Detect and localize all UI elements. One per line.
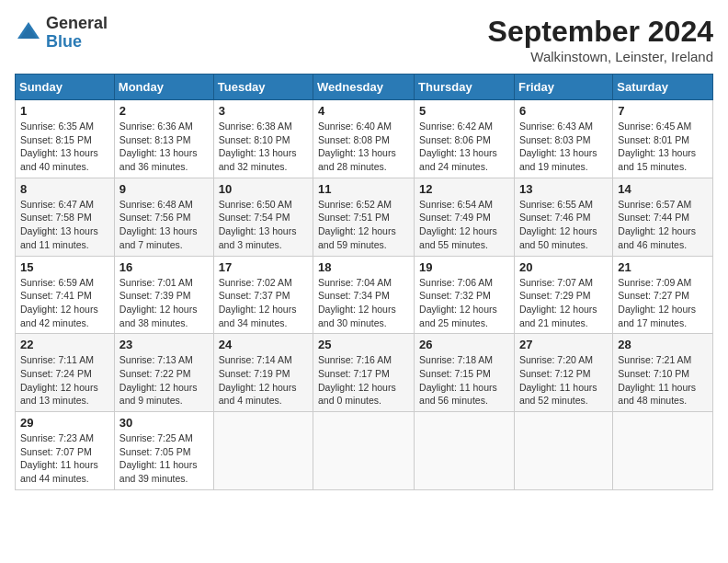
day-number: 7: [618, 104, 708, 118]
day-info: Sunrise: 6:59 AM Sunset: 7:41 PM Dayligh…: [20, 276, 109, 330]
day-info: Sunrise: 6:54 AM Sunset: 7:49 PM Dayligh…: [419, 198, 509, 252]
day-number: 17: [219, 260, 308, 274]
calendar-cell: 25 Sunrise: 7:16 AM Sunset: 7:17 PM Dayl…: [313, 334, 415, 412]
header-saturday: Saturday: [613, 75, 713, 100]
header-wednesday: Wednesday: [313, 75, 415, 100]
header-sunday: Sunday: [16, 75, 115, 100]
day-info: Sunrise: 6:55 AM Sunset: 7:46 PM Dayligh…: [519, 198, 608, 252]
calendar-cell: 23 Sunrise: 7:13 AM Sunset: 7:22 PM Dayl…: [114, 334, 213, 412]
page-header: General Blue September 2024 Walkinstown,…: [15, 15, 713, 64]
day-number: 6: [519, 104, 608, 118]
day-number: 14: [618, 182, 708, 196]
header-friday: Friday: [514, 75, 612, 100]
day-number: 1: [20, 104, 109, 118]
calendar-cell: 16 Sunrise: 7:01 AM Sunset: 7:39 PM Dayl…: [114, 256, 213, 334]
calendar-cell: 13 Sunrise: 6:55 AM Sunset: 7:46 PM Dayl…: [514, 178, 612, 256]
calendar-cell: [213, 412, 313, 490]
calendar-cell: 12 Sunrise: 6:54 AM Sunset: 7:49 PM Dayl…: [415, 178, 515, 256]
day-number: 18: [318, 260, 409, 274]
day-number: 28: [618, 338, 708, 351]
logo-text: General Blue: [46, 15, 108, 52]
day-info: Sunrise: 7:06 AM Sunset: 7:32 PM Dayligh…: [419, 276, 509, 330]
day-info: Sunrise: 6:43 AM Sunset: 8:03 PM Dayligh…: [519, 120, 608, 174]
day-info: Sunrise: 7:04 AM Sunset: 7:34 PM Dayligh…: [318, 276, 409, 330]
calendar-cell: 20 Sunrise: 7:07 AM Sunset: 7:29 PM Dayl…: [514, 256, 612, 334]
day-number: 23: [119, 338, 209, 351]
calendar-cell: 30 Sunrise: 7:25 AM Sunset: 7:05 PM Dayl…: [114, 412, 213, 490]
day-number: 25: [318, 338, 409, 351]
calendar-cell: 22 Sunrise: 7:11 AM Sunset: 7:24 PM Dayl…: [16, 334, 115, 412]
calendar-table: SundayMondayTuesdayWednesdayThursdayFrid…: [15, 74, 713, 490]
day-number: 24: [219, 338, 308, 351]
header-tuesday: Tuesday: [213, 75, 313, 100]
day-number: 16: [119, 260, 209, 274]
calendar-cell: 19 Sunrise: 7:06 AM Sunset: 7:32 PM Dayl…: [415, 256, 515, 334]
calendar-cell: 7 Sunrise: 6:45 AM Sunset: 8:01 PM Dayli…: [613, 100, 713, 178]
calendar-cell: 3 Sunrise: 6:38 AM Sunset: 8:10 PM Dayli…: [213, 100, 313, 178]
day-info: Sunrise: 7:16 AM Sunset: 7:17 PM Dayligh…: [318, 353, 409, 408]
day-info: Sunrise: 7:18 AM Sunset: 7:15 PM Dayligh…: [419, 353, 509, 408]
day-number: 19: [419, 260, 509, 274]
day-info: Sunrise: 7:23 AM Sunset: 7:07 PM Dayligh…: [20, 431, 109, 486]
calendar-cell: 10 Sunrise: 6:50 AM Sunset: 7:54 PM Dayl…: [213, 178, 313, 256]
calendar-cell: 4 Sunrise: 6:40 AM Sunset: 8:08 PM Dayli…: [313, 100, 415, 178]
day-number: 8: [20, 182, 109, 196]
day-number: 10: [219, 182, 308, 196]
day-info: Sunrise: 7:01 AM Sunset: 7:39 PM Dayligh…: [119, 276, 209, 330]
day-info: Sunrise: 6:42 AM Sunset: 8:06 PM Dayligh…: [419, 120, 509, 174]
day-number: 26: [419, 338, 509, 351]
day-number: 21: [618, 260, 708, 274]
day-info: Sunrise: 7:14 AM Sunset: 7:19 PM Dayligh…: [219, 353, 308, 408]
calendar-cell: [415, 412, 515, 490]
logo-icon: [15, 19, 42, 47]
day-info: Sunrise: 6:36 AM Sunset: 8:13 PM Dayligh…: [119, 120, 209, 174]
day-number: 13: [519, 182, 608, 196]
day-number: 3: [219, 104, 308, 118]
logo: General Blue: [15, 15, 108, 52]
day-number: 29: [20, 416, 109, 430]
day-number: 15: [20, 260, 109, 274]
calendar-cell: 26 Sunrise: 7:18 AM Sunset: 7:15 PM Dayl…: [415, 334, 515, 412]
header-thursday: Thursday: [415, 75, 515, 100]
day-info: Sunrise: 7:21 AM Sunset: 7:10 PM Dayligh…: [618, 353, 708, 408]
day-number: 30: [119, 416, 209, 430]
calendar-cell: 29 Sunrise: 7:23 AM Sunset: 7:07 PM Dayl…: [16, 412, 115, 490]
calendar-cell: 27 Sunrise: 7:20 AM Sunset: 7:12 PM Dayl…: [514, 334, 612, 412]
calendar-cell: 15 Sunrise: 6:59 AM Sunset: 7:41 PM Dayl…: [16, 256, 115, 334]
calendar-cell: 5 Sunrise: 6:42 AM Sunset: 8:06 PM Dayli…: [415, 100, 515, 178]
day-info: Sunrise: 7:02 AM Sunset: 7:37 PM Dayligh…: [219, 276, 308, 330]
day-info: Sunrise: 7:07 AM Sunset: 7:29 PM Dayligh…: [519, 276, 608, 330]
day-info: Sunrise: 6:45 AM Sunset: 8:01 PM Dayligh…: [618, 120, 708, 174]
calendar-cell: 1 Sunrise: 6:35 AM Sunset: 8:15 PM Dayli…: [16, 100, 115, 178]
page-subtitle: Walkinstown, Leinster, Ireland: [488, 49, 713, 64]
day-info: Sunrise: 6:50 AM Sunset: 7:54 PM Dayligh…: [219, 198, 308, 252]
calendar-cell: [514, 412, 612, 490]
calendar-cell: 21 Sunrise: 7:09 AM Sunset: 7:27 PM Dayl…: [613, 256, 713, 334]
calendar-cell: 28 Sunrise: 7:21 AM Sunset: 7:10 PM Dayl…: [613, 334, 713, 412]
day-info: Sunrise: 6:35 AM Sunset: 8:15 PM Dayligh…: [20, 120, 109, 174]
day-info: Sunrise: 6:48 AM Sunset: 7:56 PM Dayligh…: [119, 198, 209, 252]
title-block: September 2024 Walkinstown, Leinster, Ir…: [488, 15, 713, 64]
day-number: 11: [318, 182, 409, 196]
calendar-cell: 11 Sunrise: 6:52 AM Sunset: 7:51 PM Dayl…: [313, 178, 415, 256]
day-info: Sunrise: 6:47 AM Sunset: 7:58 PM Dayligh…: [20, 198, 109, 252]
day-number: 20: [519, 260, 608, 274]
calendar-cell: 14 Sunrise: 6:57 AM Sunset: 7:44 PM Dayl…: [613, 178, 713, 256]
calendar-cell: 8 Sunrise: 6:47 AM Sunset: 7:58 PM Dayli…: [16, 178, 115, 256]
day-info: Sunrise: 7:11 AM Sunset: 7:24 PM Dayligh…: [20, 353, 109, 408]
calendar-cell: [613, 412, 713, 490]
day-number: 9: [119, 182, 209, 196]
calendar-cell: [313, 412, 415, 490]
calendar-week-4: 22 Sunrise: 7:11 AM Sunset: 7:24 PM Dayl…: [16, 334, 713, 412]
calendar-cell: 6 Sunrise: 6:43 AM Sunset: 8:03 PM Dayli…: [514, 100, 612, 178]
day-number: 27: [519, 338, 608, 351]
day-info: Sunrise: 6:52 AM Sunset: 7:51 PM Dayligh…: [318, 198, 409, 252]
calendar-week-5: 29 Sunrise: 7:23 AM Sunset: 7:07 PM Dayl…: [16, 412, 713, 490]
day-number: 2: [119, 104, 209, 118]
day-number: 22: [20, 338, 109, 351]
day-info: Sunrise: 7:20 AM Sunset: 7:12 PM Dayligh…: [519, 353, 608, 408]
calendar-week-3: 15 Sunrise: 6:59 AM Sunset: 7:41 PM Dayl…: [16, 256, 713, 334]
day-info: Sunrise: 7:25 AM Sunset: 7:05 PM Dayligh…: [119, 431, 209, 486]
calendar-cell: 18 Sunrise: 7:04 AM Sunset: 7:34 PM Dayl…: [313, 256, 415, 334]
calendar-header: SundayMondayTuesdayWednesdayThursdayFrid…: [16, 75, 713, 100]
